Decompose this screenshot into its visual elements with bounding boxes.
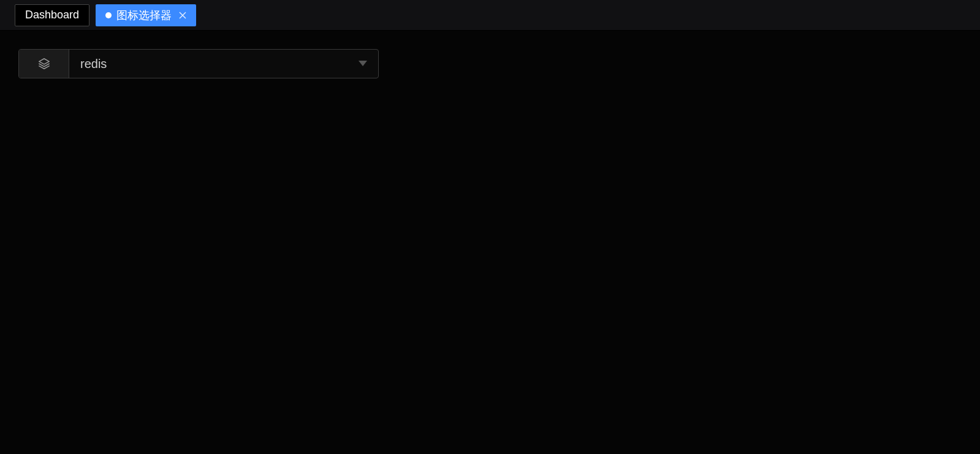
tab-label: Dashboard: [25, 9, 79, 21]
content-area: redis: [0, 31, 980, 97]
close-icon[interactable]: [179, 12, 186, 19]
tab-label: 图标选择器: [116, 8, 172, 23]
icon-select-value: redis: [69, 50, 348, 78]
unsaved-indicator-icon: [105, 12, 112, 18]
layers-icon: [37, 57, 51, 70]
svg-marker-2: [39, 59, 49, 64]
tab-dashboard[interactable]: Dashboard: [15, 4, 89, 26]
svg-marker-3: [359, 61, 367, 66]
tab-icon-picker[interactable]: 图标选择器: [96, 4, 196, 26]
icon-select-prefix: [19, 50, 69, 78]
icon-select[interactable]: redis: [18, 49, 379, 78]
chevron-down-icon[interactable]: [348, 50, 378, 78]
tab-bar: Dashboard 图标选择器: [0, 0, 980, 31]
